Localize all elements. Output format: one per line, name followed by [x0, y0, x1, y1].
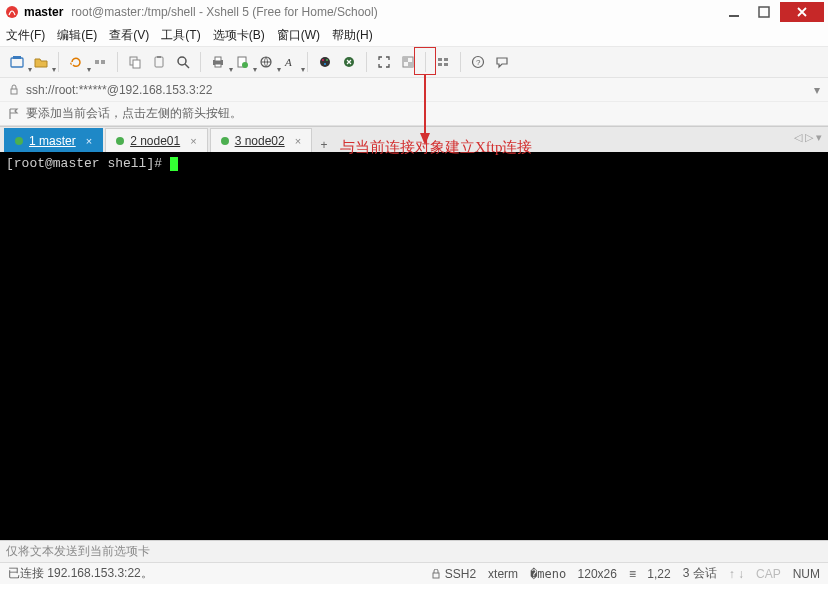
status-num: NUM: [793, 567, 820, 581]
svg-rect-30: [444, 63, 448, 66]
menu-tools[interactable]: 工具(T): [161, 27, 200, 44]
status-sessions-arrows[interactable]: ↑ ↓: [729, 567, 744, 581]
disconnect-button[interactable]: [89, 51, 111, 73]
svg-rect-14: [215, 64, 221, 67]
status-dot-icon: [221, 137, 229, 145]
svg-rect-1: [729, 15, 739, 17]
status-dot-icon: [116, 137, 124, 145]
log-button[interactable]: [231, 51, 253, 73]
tab-label: 3 node02: [235, 134, 285, 148]
tab-close-icon[interactable]: ×: [86, 135, 92, 147]
menu-help[interactable]: 帮助(H): [332, 27, 373, 44]
status-sessions: 3 会话: [683, 565, 717, 582]
open-session-button[interactable]: [30, 51, 52, 73]
status-dot-icon: [15, 137, 23, 145]
svg-rect-29: [438, 63, 442, 66]
tab-label: 2 node01: [130, 134, 180, 148]
close-button[interactable]: [780, 2, 824, 22]
copy-button[interactable]: [124, 51, 146, 73]
address-bar: ssh://root:******@192.168.153.3:22 ▾: [0, 78, 828, 102]
color-scheme-button[interactable]: [314, 51, 336, 73]
svg-point-0: [6, 6, 18, 18]
status-rows: ≡ 1,22: [629, 567, 671, 581]
tab-master[interactable]: 1 master ×: [4, 128, 103, 152]
feedback-button[interactable]: [491, 51, 513, 73]
svg-rect-36: [433, 573, 439, 578]
svg-text:?: ?: [476, 58, 481, 67]
svg-rect-27: [438, 58, 442, 61]
svg-rect-33: [11, 89, 17, 94]
svg-point-22: [324, 63, 326, 65]
status-size: �meno 120x26: [530, 567, 617, 581]
tab-strip: 1 master × 2 node01 × 3 node02 × + ◁ ▷ ▾: [0, 126, 828, 152]
help-button[interactable]: ?: [467, 51, 489, 73]
minimize-button[interactable]: [720, 2, 748, 22]
status-term: xterm: [488, 567, 518, 581]
terminal[interactable]: [root@master shell]#: [0, 152, 828, 540]
send-bar-text: 仅将文本发送到当前选项卡: [6, 543, 150, 560]
svg-text:A: A: [284, 56, 292, 68]
app-icon: [4, 4, 20, 20]
svg-rect-26: [408, 62, 413, 67]
svg-rect-10: [157, 56, 161, 58]
print-button[interactable]: [207, 51, 229, 73]
svg-point-20: [322, 59, 324, 61]
xftp-button[interactable]: [338, 51, 360, 73]
svg-point-11: [178, 57, 186, 65]
titlebar: master root@master:/tmp/shell - Xshell 5…: [0, 0, 828, 24]
font-button[interactable]: A: [279, 51, 301, 73]
menu-window[interactable]: 窗口(W): [277, 27, 320, 44]
transparency-button[interactable]: [397, 51, 419, 73]
svg-rect-25: [403, 57, 408, 62]
svg-point-16: [242, 62, 248, 68]
sessions-button[interactable]: [432, 51, 454, 73]
title-main: master: [24, 5, 63, 19]
tab-nav-arrows[interactable]: ◁ ▷ ▾: [794, 131, 822, 144]
send-bar[interactable]: 仅将文本发送到当前选项卡: [0, 540, 828, 562]
menubar: 文件(F) 编辑(E) 查看(V) 工具(T) 选项卡(B) 窗口(W) 帮助(…: [0, 24, 828, 46]
svg-rect-2: [759, 7, 769, 17]
title-sub: root@master:/tmp/shell - Xshell 5 (Free …: [71, 5, 377, 19]
svg-rect-28: [444, 58, 448, 61]
encoding-button[interactable]: [255, 51, 277, 73]
prompt: [root@master shell]#: [6, 156, 170, 171]
svg-rect-5: [95, 60, 99, 64]
lock-icon: [8, 84, 20, 96]
tab-label: 1 master: [29, 134, 76, 148]
reconnect-button[interactable]: [65, 51, 87, 73]
svg-point-19: [320, 57, 330, 67]
status-proto: SSH2: [431, 567, 476, 581]
address-text[interactable]: ssh://root:******@192.168.153.3:22: [26, 83, 808, 97]
cursor: [170, 157, 178, 171]
find-button[interactable]: [172, 51, 194, 73]
status-cap: CAP: [756, 567, 781, 581]
flag-icon: [8, 108, 20, 120]
svg-rect-8: [133, 60, 140, 68]
menu-tab[interactable]: 选项卡(B): [213, 27, 265, 44]
paste-button[interactable]: [148, 51, 170, 73]
hint-text: 要添加当前会话，点击左侧的箭头按钮。: [26, 105, 242, 122]
svg-rect-9: [155, 57, 163, 67]
status-bar: 已连接 192.168.153.3:22。 SSH2 xterm �meno 1…: [0, 562, 828, 584]
menu-edit[interactable]: 编辑(E): [57, 27, 97, 44]
svg-point-21: [326, 59, 328, 61]
svg-rect-4: [13, 56, 21, 59]
tab-close-icon[interactable]: ×: [190, 135, 196, 147]
svg-rect-3: [11, 58, 23, 67]
svg-rect-13: [215, 57, 221, 61]
tab-close-icon[interactable]: ×: [295, 135, 301, 147]
tab-node01[interactable]: 2 node01 ×: [105, 128, 208, 152]
status-connection: 已连接 192.168.153.3:22。: [8, 565, 153, 582]
menu-view[interactable]: 查看(V): [109, 27, 149, 44]
tab-add-button[interactable]: +: [314, 138, 334, 152]
toolbar: A ?: [0, 46, 828, 78]
new-session-button[interactable]: [6, 51, 28, 73]
svg-rect-6: [101, 60, 105, 64]
fullscreen-button[interactable]: [373, 51, 395, 73]
address-dropdown-icon[interactable]: ▾: [814, 83, 820, 97]
tab-node02[interactable]: 3 node02 ×: [210, 128, 313, 152]
menu-file[interactable]: 文件(F): [6, 27, 45, 44]
maximize-button[interactable]: [750, 2, 778, 22]
hint-bar: 要添加当前会话，点击左侧的箭头按钮。: [0, 102, 828, 126]
